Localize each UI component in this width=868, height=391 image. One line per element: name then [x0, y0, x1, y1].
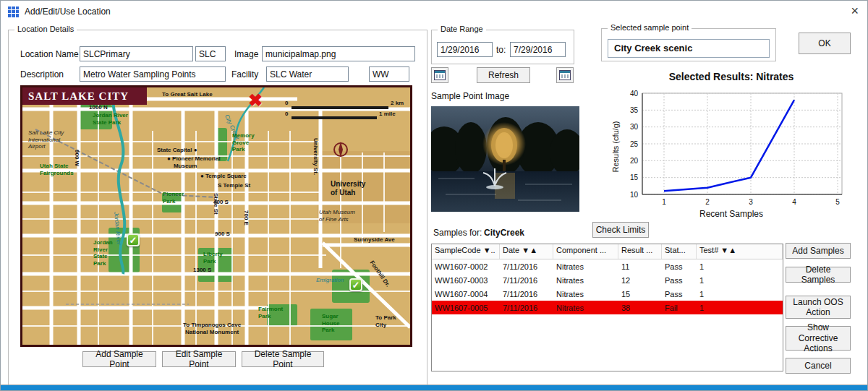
column-header[interactable]: SampleCode ▼..: [432, 244, 500, 259]
location-code-input[interactable]: [195, 46, 226, 61]
selected-sample-point-field[interactable]: City Creek scenic: [608, 39, 770, 58]
launch-oos-action-button[interactable]: Launch OOS Action: [786, 296, 851, 319]
sample-cell: 7/11/2016: [500, 290, 553, 298]
calendar-to-button[interactable]: [556, 67, 574, 83]
table-header: SampleCode ▼..Date ▼▲Component ...Result…: [432, 244, 783, 259]
ok-button[interactable]: OK: [799, 33, 851, 54]
sample-cell: WW1607-0005: [432, 304, 500, 312]
facility-label: Facility: [231, 69, 258, 80]
map-label: S Temple St: [218, 182, 250, 189]
sample-cell: 12: [618, 276, 662, 285]
app-icon: [8, 7, 19, 17]
sample-point-photo: [431, 106, 579, 212]
sample-cell: 1: [697, 262, 783, 271]
sample-cell: 1: [697, 276, 783, 285]
sample-row[interactable]: WW1607-00037/11/2016Nitrates12Pass1: [432, 273, 783, 287]
map-label: 1300 S: [193, 267, 211, 274]
map-label: To Park City: [375, 314, 396, 328]
date-from-input[interactable]: [437, 42, 493, 57]
selected-sample-point-label: Selected sample point: [608, 23, 692, 32]
sample-cell: Fail: [662, 304, 697, 312]
sample-row[interactable]: WW1607-00027/11/2016Nitrates11Pass1: [432, 259, 783, 273]
sample-row[interactable]: WW1607-00057/11/2016Nitrates38Fail1: [432, 301, 783, 314]
map-label: 0: [285, 111, 288, 118]
x-tick-label: 2: [705, 198, 710, 206]
delete-samples-button[interactable]: Delete Samples: [786, 267, 851, 283]
map-label: To Timpanogos Cave National Monument: [183, 322, 241, 335]
column-header[interactable]: Result ...: [618, 244, 662, 259]
cancel-button[interactable]: Cancel: [786, 358, 851, 374]
calendar-icon: [559, 70, 571, 80]
column-header[interactable]: Component ...: [553, 244, 618, 259]
sample-cell: 38: [618, 304, 662, 312]
map-label: ● Temple Square: [200, 173, 247, 180]
map-label: Fairmont Park: [258, 306, 283, 319]
map-label: 1000 N: [89, 104, 108, 111]
sample-point-marker-icon[interactable]: ✓: [349, 278, 362, 291]
sample-cell: Pass: [662, 276, 697, 285]
map-label: 700 E: [242, 210, 250, 225]
add-samples-button[interactable]: Add Samples: [786, 243, 851, 259]
chart-x-axis-label: Recent Samples: [612, 209, 851, 219]
close-button[interactable]: ×: [851, 4, 859, 18]
location-name-label: Location Name: [20, 49, 79, 59]
description-input[interactable]: [80, 66, 226, 82]
chart-title: Selected Results: Nitrates: [612, 71, 851, 82]
dialog-window: Add/Edit/Use Location × Location Details…: [0, 0, 868, 391]
map-label: ● Pioneer Memorial Museum: [167, 155, 221, 169]
location-name-input[interactable]: [80, 46, 193, 61]
map-label: Utah Museum of Fine Arts: [319, 209, 355, 223]
map-label: Jordan River: [112, 212, 122, 245]
sample-point-marker-icon[interactable]: ✓: [127, 233, 140, 246]
map-label: Pioneer Park: [163, 191, 184, 205]
map-label: University St.: [312, 138, 319, 175]
map-label: 900 S: [215, 231, 230, 238]
show-corrective-actions-button[interactable]: Show Corrective Actions: [786, 326, 851, 351]
y-tick-label: 30: [630, 123, 639, 131]
map-label: 1 mile: [379, 111, 396, 118]
refresh-button[interactable]: Refresh: [477, 67, 530, 83]
results-chart: 1234510152025303540: [612, 82, 851, 226]
facility-code-input[interactable]: [369, 66, 409, 82]
location-map[interactable]: SALT LAKE CITY To Great Salt Lake1000 NJ…: [20, 85, 412, 347]
column-header[interactable]: Stat...: [662, 244, 697, 259]
sample-cell: 1: [697, 290, 783, 298]
deleted-point-marker-icon[interactable]: ✖: [248, 92, 263, 109]
delete-sample-point-button[interactable]: Delete Sample Point: [242, 351, 324, 367]
map-label: Jordan River State Park: [93, 112, 128, 126]
map-label: Sunnyside Ave: [354, 236, 395, 244]
facility-input[interactable]: [266, 66, 349, 82]
map-label: Liberty Park: [203, 251, 223, 265]
add-sample-point-button[interactable]: Add Sample Point: [82, 351, 156, 367]
samples-table: SampleCode ▼..Date ▼▲Component ...Result…: [431, 244, 783, 371]
x-tick-label: 5: [835, 198, 840, 206]
image-label: Image: [234, 49, 258, 59]
location-details-group: Location Details Location Name Image Des…: [8, 30, 427, 387]
calendar-from-button[interactable]: [431, 67, 448, 83]
sample-cell: WW1607-0003: [432, 276, 500, 285]
map-label: State St: [212, 193, 219, 215]
sample-row[interactable]: WW1607-00047/11/2016Nitrates15Pass1: [432, 287, 783, 301]
map-label: 2 km: [391, 100, 404, 107]
y-tick-label: 25: [630, 140, 639, 148]
sample-cell: 11: [618, 262, 662, 271]
description-label: Description: [20, 69, 64, 80]
y-tick-label: 20: [630, 157, 639, 165]
column-header[interactable]: Test# ▼▲: [697, 244, 783, 259]
sample-cell: 7/11/2016: [500, 276, 553, 285]
edit-sample-point-button[interactable]: Edit Sample Point: [162, 351, 236, 367]
sample-point-image-caption: Sample Point Image: [431, 91, 509, 101]
image-input[interactable]: [262, 46, 415, 61]
map-label: 0: [285, 100, 288, 107]
column-header[interactable]: Date ▼▲: [500, 244, 553, 259]
map-label: State Capital ●: [157, 147, 197, 154]
map-title-banner: SALT LAKE CITY: [22, 87, 147, 105]
date-to-input[interactable]: [510, 42, 566, 57]
samples-for-value: CityCreek: [484, 228, 524, 238]
map-label: Sugar House Park: [322, 313, 339, 334]
date-to-label: to:: [496, 45, 506, 55]
sample-cell: Nitrates: [553, 262, 618, 271]
samples-for-label: Samples for:: [433, 228, 482, 238]
sample-cell: Nitrates: [553, 276, 618, 285]
sample-cell: 7/11/2016: [500, 262, 553, 271]
